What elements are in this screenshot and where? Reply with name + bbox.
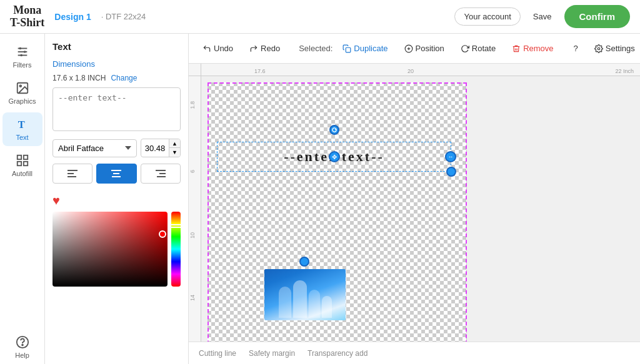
ruler-horizontal: 17.6 20 22 Inch [201, 64, 640, 76]
font-size-down[interactable]: ▼ [169, 148, 180, 157]
redo-icon [249, 44, 258, 53]
svg-rect-12 [23, 162, 27, 165]
align-right-button[interactable] [141, 164, 181, 184]
font-size-arrows: ▲ ▼ [169, 139, 180, 157]
position-button[interactable]: Position [398, 40, 451, 57]
account-button[interactable]: Your account [454, 7, 520, 26]
rotate-button[interactable]: Rotate [454, 40, 502, 57]
svg-rect-10 [23, 155, 27, 159]
image-rotate-handle[interactable] [299, 257, 309, 267]
bottom-bar: Cutting line Safety margin Transparency … [189, 342, 640, 364]
svg-point-7 [19, 85, 21, 87]
svg-text:T: T [18, 119, 24, 130]
color-hue-bar[interactable] [171, 212, 181, 287]
logo-line2: T-Shirt [10, 17, 44, 29]
resize-corner-handle[interactable] [446, 167, 456, 177]
font-size-up[interactable]: ▲ [169, 139, 180, 148]
sidebar-item-graphics-label: Graphics [8, 97, 36, 105]
font-row: Abril Fatface Arial Georgia ▲ ▼ [52, 139, 181, 157]
font-size-input[interactable] [141, 141, 169, 155]
align-center-button[interactable] [96, 164, 136, 184]
canvas-outer: ✥ ↔ --enter text-- [208, 82, 470, 342]
selected-label: Selected: [299, 44, 332, 53]
sidebar-item-help-label: Help [15, 352, 29, 359]
svg-rect-24 [346, 47, 351, 52]
duplicate-button[interactable]: Duplicate [336, 40, 394, 57]
remove-button[interactable]: Remove [506, 40, 559, 57]
redo-button[interactable]: Redo [243, 40, 286, 57]
save-button[interactable]: Save [527, 8, 558, 25]
text-icon: T [16, 117, 29, 131]
sidebar-item-filters-label: Filters [13, 61, 32, 69]
svg-point-14 [22, 345, 23, 346]
text-input[interactable] [52, 87, 181, 131]
sidebar-item-filters[interactable]: Filters [2, 40, 42, 74]
sliders-icon [16, 45, 29, 59]
image-icon [16, 81, 29, 95]
resize-right-handle[interactable]: ↔ [445, 151, 456, 162]
panel-title: Text [52, 41, 181, 52]
rotate-handle[interactable] [329, 125, 339, 135]
design-spec: · DTF 22x24 [101, 12, 146, 21]
color-gradient[interactable] [52, 212, 168, 287]
rotate-icon [461, 44, 469, 53]
transparency-add-label: Transparency add [308, 349, 368, 358]
settings-button[interactable]: Settings [588, 40, 640, 57]
canvas-image [264, 269, 346, 320]
ruler-vertical: 1.8 6 10 14 18 [189, 76, 201, 342]
heart-icon: ♥ [52, 194, 181, 208]
position-icon [404, 44, 413, 53]
main-layout: Filters Graphics T Text Autofill [0, 34, 640, 364]
settings-icon [594, 44, 603, 53]
sidebar-item-autofill[interactable]: Autofill [2, 149, 42, 182]
left-panel: Text Dimensions 17.6 x 1.8 INCH Change A… [45, 34, 189, 364]
undo-icon [202, 44, 211, 53]
ruler-v-inner: 1.8 6 10 14 18 [189, 76, 201, 342]
align-center-icon [111, 169, 122, 178]
help-button[interactable]: ? [568, 40, 584, 57]
dimensions-label: Dimensions [52, 59, 181, 69]
safety-margin-label: Safety margin [249, 349, 295, 358]
svg-rect-9 [17, 155, 21, 159]
svg-point-28 [598, 47, 600, 50]
sidebar-item-text-label: Text [16, 134, 28, 141]
cutting-line-label: Cutting line [199, 349, 236, 358]
ruler-h-inner: 17.6 20 22 Inch [201, 64, 640, 76]
dimensions-value: 17.6 x 1.8 INCH [52, 74, 106, 82]
sidebar-item-autofill-label: Autofill [12, 170, 32, 177]
dimensions-row: 17.6 x 1.8 INCH Change [52, 74, 181, 82]
canvas-inner[interactable]: ✥ ↔ --enter text-- [208, 82, 467, 342]
icon-sidebar: Filters Graphics T Text Autofill [0, 34, 45, 364]
align-left-icon [67, 169, 78, 178]
svg-rect-11 [17, 162, 21, 165]
canvas-text-element[interactable]: ✥ ↔ --enter text-- [217, 142, 451, 172]
logo-line1: Mona [10, 4, 44, 17]
hue-indicator[interactable] [170, 224, 182, 228]
sidebar-item-help[interactable]: Help [2, 330, 42, 364]
help-icon [16, 335, 29, 349]
canvas-scroll[interactable]: 17.6 20 22 Inch 1.8 6 10 14 18 [189, 64, 640, 342]
svg-point-5 [20, 54, 22, 57]
change-button[interactable]: Change [111, 74, 137, 82]
align-right-icon [155, 169, 166, 178]
color-gradient-handle[interactable] [159, 230, 166, 238]
trash-icon [512, 44, 521, 53]
logo: Mona T-Shirt [10, 4, 44, 29]
sidebar-item-text[interactable]: T Text [2, 112, 42, 146]
rotate-handle-icon [331, 127, 338, 133]
sidebar-item-graphics[interactable]: Graphics [2, 76, 42, 110]
font-size-box: ▲ ▼ [141, 139, 181, 157]
ruler-corner [189, 64, 201, 76]
move-handle[interactable]: ✥ [329, 151, 340, 162]
design-title: Design 1 [54, 12, 91, 22]
toolbar: Undo Redo Selected: Duplicate Position R… [189, 34, 640, 64]
color-section: ♥ [52, 194, 181, 287]
align-left-button[interactable] [52, 164, 92, 184]
align-row [52, 164, 181, 184]
canvas-image-element[interactable] [264, 268, 345, 320]
grid-icon [16, 154, 29, 167]
font-family-select[interactable]: Abril Fatface Arial Georgia [52, 139, 137, 157]
confirm-button[interactable]: Confirm [564, 5, 631, 28]
undo-button[interactable]: Undo [196, 40, 239, 57]
svg-point-4 [23, 51, 26, 53]
